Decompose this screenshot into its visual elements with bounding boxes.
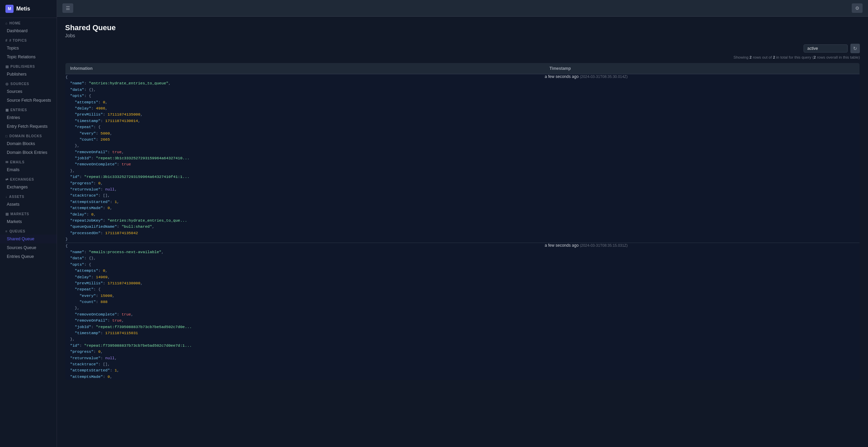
jobs-table: Information Timestamp { "name": "entries… (65, 63, 860, 380)
sidebar-section-emails: ✉ EMAILS (0, 157, 57, 165)
row-count: Showing 2 rows out of 2 in total for thi… (65, 55, 860, 59)
table-row: { "name": "entries:hydrate_entries_to_qu… (65, 74, 860, 243)
logo-icon: M (5, 5, 14, 13)
toolbar: ↻ (65, 44, 860, 53)
sidebar-section-publishers: ▤ PUBLISHERS (0, 61, 57, 70)
entries-section-icon: ▦ (5, 108, 9, 112)
topbar-left: ☰ (62, 3, 73, 13)
sidebar-item-markets[interactable]: Markets (0, 217, 57, 226)
main-content: ☰ ⚙ Shared Queue Jobs ↻ Showing 2 rows o… (57, 0, 868, 447)
sidebar-section-home: ⌂ HOME (0, 18, 57, 26)
publishers-section-icon: ▤ (5, 65, 9, 68)
sidebar-item-domain-block-entries[interactable]: Domain Block Entries (0, 148, 57, 157)
topics-section-icon: # (5, 39, 7, 42)
col-information: Information (65, 63, 545, 74)
home-section-icon: ⌂ (5, 21, 8, 25)
app-name: Metis (16, 6, 30, 12)
sidebar-item-entries-queue[interactable]: Entries Queue (0, 252, 57, 261)
app-logo: M Metis (0, 0, 57, 18)
sidebar-item-shared-queue[interactable]: Shared Queue (0, 235, 57, 243)
rows-total: 2 (814, 55, 816, 59)
sidebar-item-sources[interactable]: Sources (0, 87, 57, 96)
sidebar-section-markets: ▤ MARKETS (0, 209, 57, 217)
sidebar: M Metis ⌂ HOME Dashboard # # TOPICS Topi… (0, 0, 57, 447)
sidebar-item-topics[interactable]: Topics (0, 44, 57, 53)
content-area: Shared Queue Jobs ↻ Showing 2 rows out o… (57, 17, 868, 447)
sidebar-section-entries: ▦ ENTRIES (0, 105, 57, 113)
timestamp-cell-1: a few seconds ago (2024-03-31T08:35:15.0… (545, 243, 860, 380)
sidebar-section-exchanges: ⇄ EXCHANGES (0, 174, 57, 183)
topbar-right: ⚙ (852, 3, 863, 13)
rows-out-of: 2 (773, 55, 775, 59)
page-title: Shared Queue (65, 23, 860, 32)
assets-section-icon: ↓ (5, 195, 7, 199)
rows-shown: 2 (750, 55, 752, 59)
topbar: ☰ ⚙ (57, 0, 868, 17)
queues-section-icon: ≡ (5, 229, 8, 233)
markets-section-icon: ▤ (5, 212, 9, 216)
sidebar-item-entries[interactable]: Entries (0, 113, 57, 122)
table-header-row: Information Timestamp (65, 63, 860, 74)
exchanges-section-icon: ⇄ (5, 178, 8, 181)
emails-section-icon: ✉ (5, 160, 8, 164)
sidebar-section-topics: # # TOPICS (0, 35, 57, 44)
info-cell-1: { "name": "emails:process-next-available… (65, 243, 545, 380)
sidebar-section-domain-blocks: □ DOMAIN BLOCKS (0, 131, 57, 139)
sidebar-section-sources: ◎ SOURCES (0, 79, 57, 87)
settings-button[interactable]: ⚙ (852, 3, 863, 13)
timestamp-absolute: (2024-03-31T08:35:30.014Z) (580, 75, 628, 79)
sidebar-item-publishers[interactable]: Publishers (0, 70, 57, 79)
col-timestamp: Timestamp (545, 63, 860, 74)
sidebar-item-dashboard[interactable]: Dashboard (0, 26, 57, 35)
sidebar-item-assets[interactable]: Assets (0, 200, 57, 209)
sidebar-section-assets: ↓ ASSETS (0, 191, 57, 200)
refresh-button[interactable]: ↻ (850, 44, 860, 53)
timestamp-cell-0: a few seconds ago (2024-03-31T08:35:30.0… (545, 74, 860, 243)
sources-section-icon: ◎ (5, 82, 9, 86)
sidebar-item-source-fetch-requests[interactable]: Source Fetch Requests (0, 96, 57, 105)
domain-blocks-section-icon: □ (5, 134, 8, 138)
sidebar-item-domain-blocks[interactable]: Domain Blocks (0, 139, 57, 148)
page-subtitle: Jobs (65, 33, 860, 38)
sidebar-item-exchanges[interactable]: Exchanges (0, 183, 57, 191)
table-row: { "name": "emails:process-next-available… (65, 243, 860, 380)
sidebar-item-sources-queue[interactable]: Sources Queue (0, 243, 57, 252)
table-body: { "name": "entries:hydrate_entries_to_qu… (65, 74, 860, 380)
sidebar-item-topic-relations[interactable]: Topic Relations (0, 53, 57, 61)
timestamp-relative: a few seconds ago (545, 74, 578, 79)
sidebar-item-emails[interactable]: Emails (0, 165, 57, 174)
info-cell-0: { "name": "entries:hydrate_entries_to_qu… (65, 74, 545, 243)
sidebar-section-queues: ≡ QUEUES (0, 226, 57, 235)
timestamp-relative: a few seconds ago (545, 243, 578, 248)
hamburger-button[interactable]: ☰ (62, 3, 73, 13)
filter-input[interactable] (804, 44, 848, 53)
timestamp-absolute: (2024-03-31T08:35:15.031Z) (580, 243, 628, 247)
sidebar-item-entry-fetch-requests[interactable]: Entry Fetch Requests (0, 122, 57, 131)
